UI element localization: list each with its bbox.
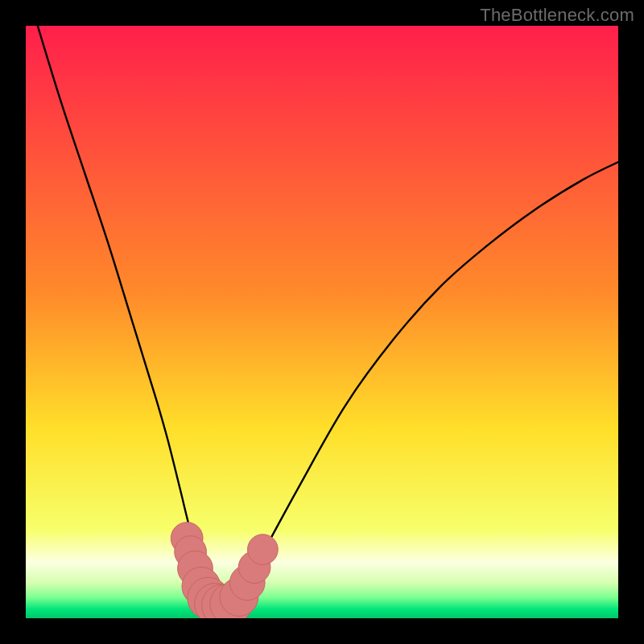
plot-area — [26, 26, 618, 618]
curve-marker — [248, 535, 279, 565]
chart-frame: TheBottleneck.com — [0, 0, 644, 644]
watermark-text: TheBottleneck.com — [480, 5, 634, 26]
chart-svg — [26, 26, 618, 618]
gradient-background — [26, 26, 618, 618]
